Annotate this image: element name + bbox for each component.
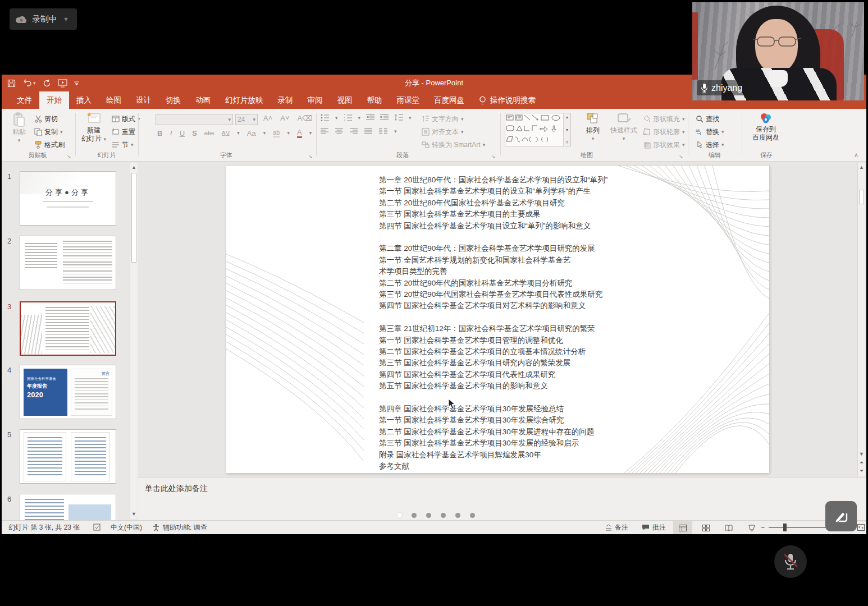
- format-painter-button[interactable]: 格式刷: [34, 139, 65, 150]
- new-slide-button[interactable]: 新建 幻灯片 ▾: [79, 112, 108, 143]
- align-center-button[interactable]: [335, 128, 343, 135]
- tab-animations[interactable]: 动画: [188, 91, 218, 109]
- annotation-tool-button[interactable]: [825, 501, 857, 531]
- decrease-indent-button[interactable]: [366, 114, 374, 121]
- slide-editing-area[interactable]: 第一章 20世纪80年代：国家社会科学基金艺术学项目的设立和“单列”第一节 国家…: [138, 162, 866, 477]
- text-direction-button[interactable]: 文字方向▾: [422, 113, 464, 125]
- webcam-video[interactable]: zhiyang: [692, 2, 864, 100]
- zoom-out-button[interactable]: −: [761, 521, 765, 534]
- align-text-button[interactable]: 对齐文本▾: [422, 126, 464, 137]
- spellcheck-icon[interactable]: [93, 521, 102, 534]
- shape-fill-button[interactable]: 形状填充▾: [643, 113, 685, 125]
- fit-slide-to-window-button[interactable]: [857, 521, 865, 534]
- tab-rain-classroom[interactable]: 雨课堂: [390, 91, 427, 109]
- tab-transitions[interactable]: 切换: [158, 91, 188, 109]
- accessibility-indicator[interactable]: 辅助功能: 调查: [152, 521, 207, 534]
- tab-design[interactable]: 设计: [129, 91, 158, 109]
- shape-effects-button[interactable]: 形状效果▾: [643, 139, 685, 150]
- slide-number-indicator[interactable]: 幻灯片 第 3 张, 共 23 张: [8, 521, 80, 534]
- numbering-button[interactable]: [344, 114, 353, 121]
- save-button[interactable]: [7, 79, 16, 88]
- zoom-slider[interactable]: [769, 527, 827, 528]
- quick-styles-button[interactable]: 快速样式 ▾: [608, 112, 639, 143]
- tab-slideshow[interactable]: 幻灯片放映: [218, 91, 271, 109]
- clipboard-dialog-launcher[interactable]: ↘: [67, 154, 71, 159]
- font-name-combobox[interactable]: ▾: [156, 114, 233, 125]
- reset-button[interactable]: 重置: [112, 126, 135, 137]
- layout-button[interactable]: 版式▾: [112, 113, 140, 125]
- recording-indicator[interactable]: 录制中 ▼: [10, 8, 77, 30]
- slide-sorter-view-button[interactable]: [696, 521, 715, 534]
- shadow-button[interactable]: S: [192, 129, 197, 137]
- notes-placeholder[interactable]: 单击此处添加备注: [145, 484, 208, 494]
- arrange-button[interactable]: 排列 ▾: [580, 112, 606, 143]
- notes-toggle-button[interactable]: 备注: [605, 521, 628, 534]
- bold-button[interactable]: B: [157, 129, 162, 137]
- tab-record[interactable]: 录制: [271, 91, 300, 109]
- tell-me-search[interactable]: 操作说明搜索: [472, 91, 543, 109]
- shapes-gallery-scrollbar[interactable]: ▴▾▿: [563, 113, 570, 146]
- find-button[interactable]: 查找: [696, 113, 719, 125]
- columns-button[interactable]: [379, 128, 387, 135]
- slide-thumbnail-6[interactable]: [20, 494, 116, 520]
- save-to-baidu-netdisk-button[interactable]: 保存到 百度网盘: [747, 112, 784, 141]
- microphone-muted-button[interactable]: [774, 545, 807, 578]
- next-slide-button[interactable]: ⏷: [858, 468, 865, 474]
- increase-indent-button[interactable]: [380, 114, 389, 121]
- tab-view[interactable]: 视图: [330, 91, 360, 109]
- line-spacing-button[interactable]: [394, 114, 403, 121]
- slideshow-view-button[interactable]: [742, 521, 761, 534]
- tab-home[interactable]: 开始: [39, 91, 69, 109]
- tab-file[interactable]: 文件: [10, 91, 39, 109]
- customize-qat-button[interactable]: [74, 81, 79, 86]
- highlight-button[interactable]: ab: [273, 129, 280, 137]
- start-slideshow-button[interactable]: [58, 79, 67, 88]
- paragraph-dialog-launcher[interactable]: ↘: [491, 154, 496, 159]
- slide-thumbnail-2[interactable]: [20, 236, 116, 290]
- notes-pane[interactable]: 单击此处添加备注: [138, 477, 866, 520]
- slide-thumbnail-4[interactable]: 国家社会科学基金 年度报告 2020 前言: [20, 365, 116, 419]
- normal-view-button[interactable]: [673, 521, 692, 534]
- copy-button[interactable]: 复制 ▾: [34, 126, 63, 137]
- italic-button[interactable]: I: [170, 128, 172, 137]
- cut-button[interactable]: 剪切: [34, 113, 58, 125]
- justify-button[interactable]: [364, 128, 372, 135]
- zoom-slider-thumb[interactable]: [783, 524, 787, 531]
- align-left-button[interactable]: [321, 128, 328, 135]
- tab-draw[interactable]: 绘图: [99, 91, 129, 109]
- font-dialog-launcher[interactable]: ↘: [308, 154, 313, 159]
- shapes-gallery[interactable]: ▴▾▿: [505, 113, 571, 146]
- change-case-button[interactable]: Aa: [247, 129, 256, 137]
- replace-button[interactable]: ab 替换▾: [696, 126, 724, 137]
- strikethrough-button[interactable]: abc: [204, 130, 214, 136]
- font-color-button[interactable]: A: [297, 128, 302, 138]
- paste-button[interactable]: 粘贴 ▾: [6, 112, 32, 144]
- tab-help[interactable]: 帮助: [360, 91, 390, 109]
- collapse-ribbon-button[interactable]: ∧: [854, 152, 858, 159]
- main-scrollbar[interactable]: ▲ ▼ ⏶ ⏷: [857, 163, 865, 476]
- tab-review[interactable]: 审阅: [300, 91, 330, 109]
- character-spacing-button[interactable]: A̲V̲: [222, 130, 230, 136]
- undo-button[interactable]: ▾: [22, 79, 36, 87]
- drawing-dialog-launcher[interactable]: ↘: [679, 154, 683, 159]
- comments-toggle-button[interactable]: 批注: [642, 521, 666, 534]
- convert-to-smartart-button[interactable]: 转换为 SmartArt▾: [422, 139, 485, 150]
- font-size-combobox[interactable]: 24▾: [235, 114, 258, 125]
- table-of-contents-text[interactable]: 第一章 20世纪80年代：国家社会科学基金艺术学项目的设立和“单列”第一节 国家…: [379, 175, 643, 484]
- slide-canvas[interactable]: 第一章 20世纪80年代：国家社会科学基金艺术学项目的设立和“单列”第一节 国家…: [226, 166, 769, 473]
- section-button[interactable]: 节▾: [112, 139, 134, 150]
- slide-thumbnail-5[interactable]: [20, 429, 116, 484]
- clear-formatting-button[interactable]: A⌫: [298, 114, 313, 122]
- previous-slide-button[interactable]: ⏶: [858, 460, 865, 466]
- select-button[interactable]: 选择▾: [696, 139, 724, 150]
- redo-button[interactable]: [43, 79, 51, 88]
- slide-thumbnail-1[interactable]: 分享●分享: [20, 171, 116, 226]
- language-indicator[interactable]: 中文(中国): [111, 521, 142, 534]
- slide-thumbnail-3-selected[interactable]: [20, 301, 116, 356]
- increase-font-size-button[interactable]: A˄: [263, 114, 272, 122]
- underline-button[interactable]: U: [180, 129, 185, 137]
- decrease-font-size-button[interactable]: A˅: [280, 114, 289, 122]
- align-right-button[interactable]: [350, 128, 358, 135]
- bullets-button[interactable]: [321, 114, 330, 121]
- shape-outline-button[interactable]: 形状轮廓▾: [643, 126, 685, 137]
